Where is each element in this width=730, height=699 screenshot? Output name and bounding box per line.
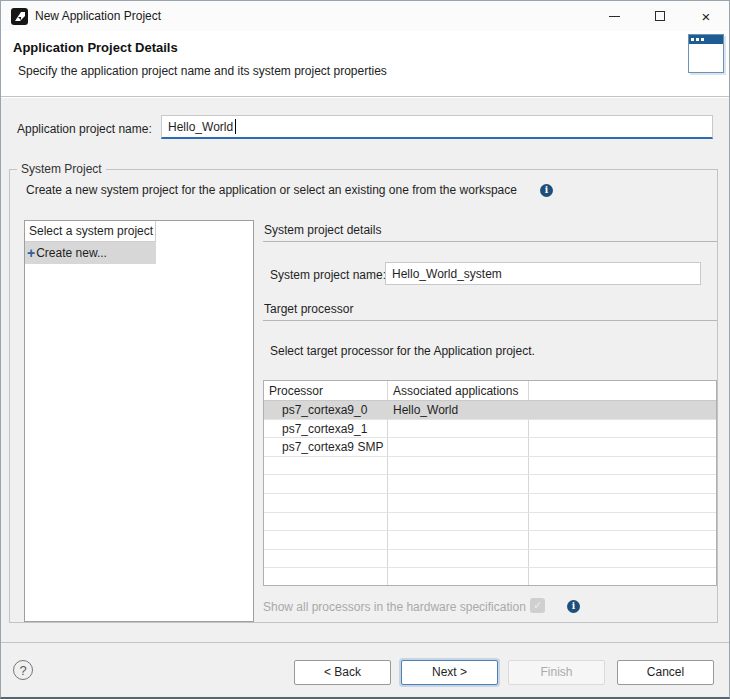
back-button[interactable]: < Back (294, 660, 391, 685)
table-row[interactable]: ps7_cortexa9 SMP (264, 438, 716, 457)
system-name-input[interactable] (385, 262, 701, 285)
system-project-list-header: Select a system project (25, 221, 156, 242)
table-cell (264, 457, 388, 475)
table-cell (388, 531, 529, 549)
table-row[interactable] (264, 457, 716, 476)
col-empty (529, 381, 716, 400)
system-name-label: System project name: (270, 268, 386, 282)
table-cell (529, 550, 716, 568)
app-name-label: Application project name: (17, 122, 152, 136)
maximize-button[interactable] (637, 1, 683, 31)
page-subtitle: Specify the application project name and… (18, 64, 387, 78)
table-cell (529, 438, 716, 456)
xilinx-logo-icon (11, 8, 28, 25)
details-separator (263, 241, 717, 242)
title-bar: New Application Project × (1, 1, 729, 31)
table-row[interactable] (264, 494, 716, 513)
table-cell (388, 475, 529, 493)
new-application-project-dialog: New Application Project × Application Pr… (0, 0, 730, 699)
minimize-button[interactable] (591, 1, 637, 31)
app-name-input[interactable] (161, 115, 713, 139)
wizard-header: Application Project Details Specify the … (1, 31, 729, 97)
finish-button[interactable]: Finish (508, 660, 605, 685)
text-caret (235, 119, 236, 134)
table-cell (529, 457, 716, 475)
dialog-content: Application project name: System Project… (1, 98, 729, 642)
table-row[interactable] (264, 568, 716, 586)
info-icon[interactable]: i (567, 600, 580, 613)
table-cell (388, 513, 529, 531)
minimize-icon (609, 16, 620, 17)
cancel-button[interactable]: Cancel (617, 660, 714, 685)
table-cell: ps7_cortexa9_1 (264, 420, 388, 438)
processor-table[interactable]: Processor Associated applications ps7_co… (263, 380, 717, 586)
table-cell (388, 494, 529, 512)
processor-table-body: ps7_cortexa9_0Hello_Worldps7_cortexa9_1p… (264, 401, 716, 586)
show-all-checkbox[interactable]: ✓ (530, 598, 545, 613)
table-cell (529, 475, 716, 493)
table-cell (529, 420, 716, 438)
table-cell: ps7_cortexa9_0 (264, 401, 388, 419)
col-processor: Processor (264, 381, 388, 400)
system-project-group: System Project Create a new system proje… (9, 169, 718, 623)
table-cell (388, 438, 529, 456)
close-button[interactable]: × (683, 1, 729, 31)
wizard-banner-icon (688, 34, 724, 73)
col-associated-applications: Associated applications (388, 381, 529, 400)
maximize-icon (655, 11, 665, 21)
info-icon[interactable]: i (540, 184, 553, 197)
table-row[interactable] (264, 550, 716, 569)
table-row[interactable]: ps7_cortexa9_1 (264, 420, 716, 439)
table-cell (388, 420, 529, 438)
table-row[interactable]: ps7_cortexa9_0Hello_World (264, 401, 716, 420)
table-cell (264, 513, 388, 531)
table-row[interactable] (264, 531, 716, 550)
table-cell (529, 494, 716, 512)
table-cell (388, 550, 529, 568)
button-bar: ? < Back Next > Finish Cancel (1, 643, 729, 698)
next-button[interactable]: Next > (401, 660, 498, 685)
wizard-banner-icon-titlebar (689, 35, 723, 44)
group-legend: System Project (17, 162, 106, 176)
target-separator (263, 320, 717, 321)
table-cell: ps7_cortexa9 SMP (264, 438, 388, 456)
table-row[interactable] (264, 513, 716, 532)
table-cell (529, 401, 716, 419)
table-cell (264, 531, 388, 549)
show-all-processors-label: Show all processors in the hardware spec… (263, 600, 526, 614)
system-project-list[interactable]: Select a system project + Create new... (24, 220, 254, 622)
table-cell (529, 568, 716, 586)
group-description: Create a new system project for the appl… (26, 183, 517, 197)
window-title: New Application Project (35, 1, 161, 31)
table-cell: Hello_World (388, 401, 529, 419)
target-processor-heading: Target processor (264, 302, 353, 316)
target-instruction: Select target processor for the Applicat… (270, 344, 535, 358)
table-cell (264, 550, 388, 568)
close-icon: × (702, 9, 711, 24)
table-row[interactable] (264, 475, 716, 494)
plus-icon: + (27, 242, 35, 264)
window-controls: × (591, 1, 729, 31)
table-cell (264, 475, 388, 493)
table-cell (529, 531, 716, 549)
table-cell (388, 568, 529, 586)
page-title: Application Project Details (13, 40, 178, 55)
table-cell (388, 457, 529, 475)
table-cell (264, 568, 388, 586)
create-new-label: Create new... (36, 242, 107, 264)
details-heading: System project details (264, 223, 381, 237)
table-cell (529, 513, 716, 531)
table-cell (264, 494, 388, 512)
help-icon[interactable]: ? (13, 660, 33, 680)
processor-table-header: Processor Associated applications (264, 381, 716, 401)
create-new-item[interactable]: + Create new... (25, 242, 156, 264)
